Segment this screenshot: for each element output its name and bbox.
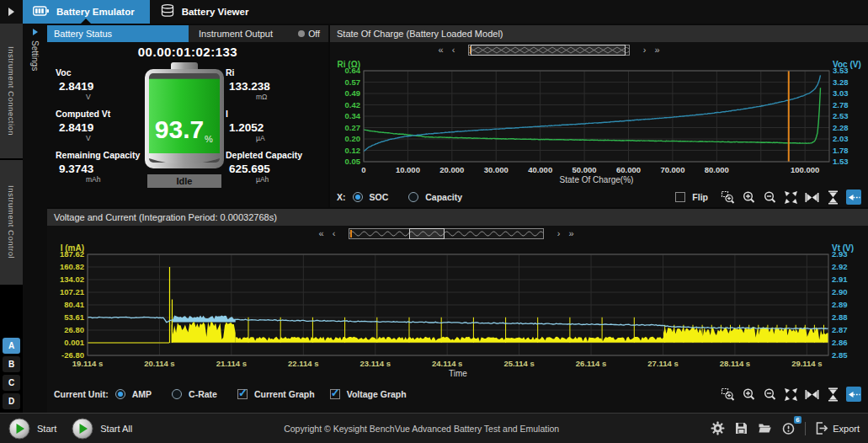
svg-text:80.000: 80.000 [705,165,729,174]
notifications-button[interactable]: 6 [781,421,796,435]
voltage-graph-label: Voltage Graph [347,389,407,399]
capacity-radio-label: Capacity [425,192,462,202]
battery-metrics-left: Voc 2.8419 V Computed Vt 2.8419 V [56,62,143,207]
channel-d-button[interactable]: D [3,393,20,409]
vc-pan-control: « ‹ › » [47,226,868,241]
svg-text:0: 0 [361,165,365,174]
pan-left-button[interactable]: ‹ [327,228,340,239]
sidebar-expander-button[interactable] [0,0,23,24]
tab-battery-viewer[interactable]: Battery Viewer [150,0,264,24]
left-sidebar: Instrument Connection Instrument Control… [0,24,23,413]
pan-step-right-button[interactable]: » [565,228,578,239]
settings-sidebar: Settings [23,24,47,413]
svg-text:0.12: 0.12 [345,146,361,155]
svg-text:3.28: 3.28 [833,77,849,87]
pan-right-button[interactable]: › [638,45,651,56]
page-title: Voltage and Current (Integration Period:… [47,212,277,222]
svg-text:60.000: 60.000 [616,165,641,174]
vc-pan-viewport[interactable] [409,228,444,239]
zoom-in-icon[interactable] [741,387,756,402]
svg-text:0.20: 0.20 [345,134,361,143]
metric-depleted-capacity: Depleted Capacity 625.695 µAh [226,150,320,184]
instrument-output-toggle[interactable]: Off [298,29,320,39]
pan-right-button[interactable]: › [552,228,565,239]
settings-gear-button[interactable] [711,421,725,435]
channel-b-button[interactable]: B [3,356,20,372]
c-rate-radio[interactable] [172,389,182,399]
metric-remaining-capacity: Remaining Capacity 9.3743 mAh [56,150,143,184]
fit-all-icon[interactable] [783,387,798,402]
svg-text:19.114 s: 19.114 s [72,359,103,368]
pan-step-right-button[interactable]: » [651,45,663,56]
save-button[interactable] [734,421,748,435]
fit-vertical-icon[interactable] [825,387,840,402]
expander-arrow-icon [8,8,14,16]
svg-text:26.114 s: 26.114 s [576,359,606,368]
fit-horizontal-icon[interactable] [804,189,819,205]
amp-radio[interactable] [115,389,125,399]
amp-radio-label: AMP [132,389,152,399]
soc-radio[interactable] [353,192,363,202]
pan-waveform-preview [349,229,543,238]
fit-horizontal-icon[interactable] [804,387,819,402]
flip-checkbox[interactable] [675,192,685,202]
battery-status-panel: Battery Status Instrument Output Off 00.… [47,25,328,207]
metric-label: I [226,109,320,119]
current-graph-checkbox[interactable] [237,389,248,399]
svg-text:53.61: 53.61 [64,312,84,322]
status-badge: Idle [147,174,221,188]
pan-origin-marker [350,230,352,238]
auto-track-icon[interactable] [846,189,861,205]
sidebar-item-settings[interactable]: Settings [30,40,40,71]
svg-text:2.28: 2.28 [833,123,849,132]
svg-text:24.114 s: 24.114 s [432,359,462,368]
zoom-out-icon[interactable] [762,387,777,402]
pan-step-left-button[interactable]: « [434,45,447,56]
sidebar-item-instrument-connection[interactable]: Instrument Connection [0,24,23,158]
folder-icon [758,421,772,435]
channel-a-button[interactable]: A [3,338,20,354]
export-button[interactable]: Export [815,421,860,435]
pan-left-button[interactable]: ‹ [447,45,460,56]
sidebar-item-instrument-control[interactable]: Instrument Control [0,160,23,285]
alert-icon [781,421,796,435]
svg-text:2.90: 2.90 [832,287,848,296]
start-label: Start [37,424,56,434]
zoom-box-icon[interactable] [720,387,735,402]
svg-text:2.85: 2.85 [832,350,848,360]
vc-chart[interactable]: 19.114 s20.114 s21.114 s22.114 s23.114 s… [47,241,864,382]
svg-text:3.03: 3.03 [833,88,849,98]
start-button[interactable]: Start [8,418,56,440]
zoom-box-icon[interactable] [720,189,735,205]
pan-step-left-button[interactable]: « [315,228,327,239]
svg-text:State Of Charge(%): State Of Charge(%) [560,175,634,184]
zoom-in-icon[interactable] [741,189,756,205]
fit-vertical-icon[interactable] [825,189,840,205]
fit-all-icon[interactable] [783,189,798,205]
auto-track-icon[interactable] [846,387,861,402]
soc-pan-viewport[interactable] [471,45,626,56]
svg-text:20.000: 20.000 [439,165,464,174]
start-all-button[interactable]: Start All [72,418,132,440]
export-icon [815,421,829,435]
capacity-radio[interactable] [408,192,418,202]
channel-c-button[interactable]: C [3,375,20,391]
tab-battery-status[interactable]: Battery Status [47,25,189,42]
soc-chart-toolbar [720,189,861,205]
svg-text:2.91: 2.91 [832,275,848,284]
voltage-graph-checkbox[interactable] [330,389,340,399]
settings-expander-icon[interactable] [33,29,38,35]
soc-pan-track[interactable] [468,45,630,56]
tab-battery-emulator[interactable]: Battery Emulator [23,0,150,24]
metric-value: 2.8419 [59,80,143,93]
vc-pan-track[interactable] [349,228,544,239]
svg-text:Voc (V): Voc (V) [833,60,861,69]
current-graph-label: Current Graph [254,389,315,399]
metric-unit: mAh [86,175,143,184]
open-button[interactable] [758,421,772,435]
zoom-out-icon[interactable] [762,189,777,205]
soc-chart[interactable]: 010.00020.00030.00040.00050.00060.00070.… [330,57,866,187]
svg-text:23.114 s: 23.114 s [360,359,391,368]
soc-radio-label: SOC [370,192,389,202]
svg-text:0.001: 0.001 [64,338,84,347]
